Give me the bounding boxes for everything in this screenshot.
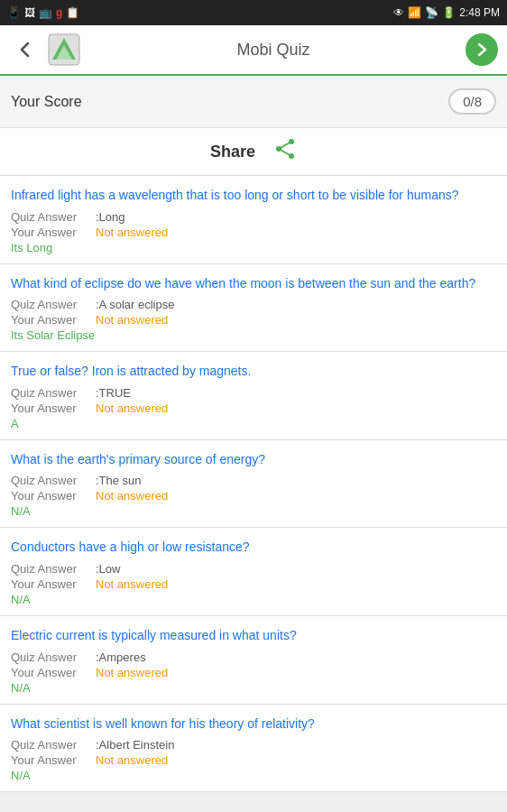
user-answer-display: N/A: [11, 769, 496, 782]
share-label: Share: [210, 143, 255, 161]
status-icons-right: 👁 📶 📡 🔋 2:48 PM: [393, 6, 500, 19]
score-badge: 0/8: [448, 88, 496, 115]
user-answer-display: A: [11, 417, 496, 430]
quiz-question[interactable]: Conductors have a high or low resistance…: [11, 539, 496, 557]
quiz-answer-label: Quiz Answer: [11, 386, 92, 400]
quiz-item: Conductors have a high or low resistance…: [0, 528, 507, 616]
quiz-answer-row: Quiz Answer :A solar eclipse: [11, 298, 496, 311]
quiz-answer-label: Quiz Answer: [11, 738, 92, 752]
user-answer-display: N/A: [11, 504, 496, 518]
back-icon: [15, 40, 35, 60]
your-answer-value: Not answered: [96, 401, 168, 415]
your-answer-row: Your Answer Not answered: [11, 666, 496, 679]
your-answer-row: Your Answer Not answered: [11, 313, 496, 327]
your-answer-label: Your Answer: [11, 401, 92, 415]
quiz-answer-label: Quiz Answer: [11, 651, 92, 664]
your-answer-row: Your Answer Not answered: [11, 753, 496, 767]
quiz-answer-label: Quiz Answer: [11, 298, 92, 311]
user-answer-display: Its Solar Eclipse: [11, 328, 496, 342]
quiz-answer-value: :Long: [96, 210, 125, 224]
your-answer-value: Not answered: [96, 753, 168, 767]
your-answer-label: Your Answer: [11, 313, 92, 327]
your-answer-label: Your Answer: [11, 577, 92, 591]
share-icon[interactable]: [273, 137, 297, 166]
user-answer-display: N/A: [11, 593, 496, 606]
quiz-answer-row: Quiz Answer :Low: [11, 562, 496, 576]
quiz-item: True or false? Iron is attracted by magn…: [0, 352, 507, 440]
top-bar: Mobi Quiz: [0, 25, 507, 76]
app-logo: [47, 32, 81, 67]
quiz-question[interactable]: What kind of eclipse do we have when the…: [11, 275, 496, 293]
page-title: Mobi Quiz: [81, 41, 466, 60]
quiz-item: Electric current is typically measured i…: [0, 616, 507, 705]
quiz-answer-row: Quiz Answer :TRUE: [11, 386, 496, 400]
phone-icon: 📱: [7, 6, 21, 19]
quiz-item: What is the earth's primary source of en…: [0, 440, 507, 529]
your-answer-row: Your Answer Not answered: [11, 226, 496, 239]
quiz-answer-row: Quiz Answer :The sun: [11, 474, 496, 487]
image-icon: 🖼: [24, 6, 35, 19]
quiz-answer-row: Quiz Answer :Amperes: [11, 651, 496, 664]
status-icons-left: 📱 🖼 📺 g 📋: [7, 6, 79, 19]
quiz-question[interactable]: Electric current is typically measured i…: [11, 627, 496, 645]
quiz-answer-value: :The sun: [96, 474, 142, 487]
quiz-answer-value: :TRUE: [96, 386, 131, 400]
your-answer-value: Not answered: [96, 226, 168, 239]
quiz-answer-label: Quiz Answer: [11, 210, 92, 224]
wifi-icon: 📶: [408, 6, 421, 19]
quiz-answer-label: Quiz Answer: [11, 474, 92, 487]
quiz-list: Infrared light has a wavelength that is …: [0, 176, 507, 792]
your-answer-label: Your Answer: [11, 753, 92, 767]
your-answer-row: Your Answer Not answered: [11, 401, 496, 415]
score-row: Your Score 0/8: [0, 76, 507, 128]
your-answer-row: Your Answer Not answered: [11, 577, 496, 591]
sim-icon: 📋: [66, 6, 79, 19]
quiz-answer-row: Quiz Answer :Long: [11, 210, 496, 224]
quiz-question[interactable]: True or false? Iron is attracted by magn…: [11, 363, 496, 381]
your-answer-value: Not answered: [96, 666, 168, 679]
back-button[interactable]: [9, 33, 41, 66]
share-row[interactable]: Share: [0, 128, 507, 176]
quiz-answer-row: Quiz Answer :Albert Einstein: [11, 738, 496, 752]
your-answer-row: Your Answer Not answered: [11, 489, 496, 503]
quiz-question[interactable]: What is the earth's primary source of en…: [11, 451, 496, 469]
quiz-question[interactable]: What scientist is well known for his the…: [11, 715, 496, 734]
your-answer-label: Your Answer: [11, 226, 92, 239]
svg-line-7: [279, 149, 291, 156]
your-answer-value: Not answered: [96, 489, 168, 503]
time-display: 2:48 PM: [459, 6, 500, 19]
g-icon: g: [56, 6, 62, 19]
quiz-item: What kind of eclipse do we have when the…: [0, 264, 507, 353]
eye-icon: 👁: [393, 6, 404, 19]
your-answer-value: Not answered: [96, 313, 168, 327]
status-bar: 📱 🖼 📺 g 📋 👁 📶 📡 🔋 2:48 PM: [0, 0, 507, 25]
battery-icon: 🔋: [442, 6, 456, 19]
svg-line-6: [279, 142, 291, 149]
cast-icon: 📺: [39, 6, 52, 19]
your-answer-label: Your Answer: [11, 489, 92, 503]
forward-button[interactable]: [466, 33, 498, 66]
forward-icon: [473, 41, 491, 59]
score-label: Your Score: [11, 94, 82, 110]
quiz-item: What scientist is well known for his the…: [0, 705, 507, 793]
quiz-item: Infrared light has a wavelength that is …: [0, 176, 507, 264]
your-answer-label: Your Answer: [11, 666, 92, 679]
quiz-answer-label: Quiz Answer: [11, 562, 92, 576]
quiz-answer-value: :Low: [96, 562, 120, 576]
quiz-answer-value: :Albert Einstein: [96, 738, 174, 752]
user-answer-display: N/A: [11, 681, 496, 695]
quiz-answer-value: :Amperes: [96, 651, 146, 664]
quiz-answer-value: :A solar eclipse: [96, 298, 174, 311]
signal-icon: 📡: [425, 6, 438, 19]
user-answer-display: Its Long: [11, 241, 496, 254]
quiz-question[interactable]: Infrared light has a wavelength that is …: [11, 187, 496, 205]
your-answer-value: Not answered: [96, 577, 168, 591]
